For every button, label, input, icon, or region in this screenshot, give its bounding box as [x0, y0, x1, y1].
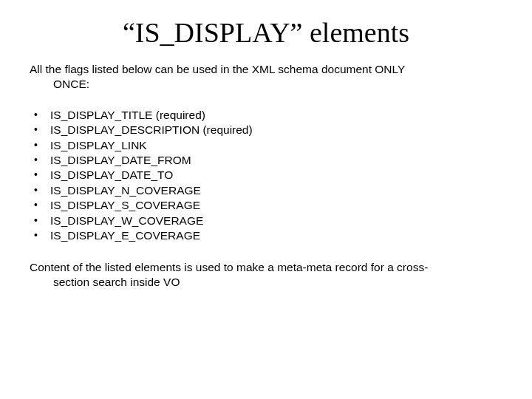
list-item: IS_DISPLAY_E_COVERAGE — [30, 228, 502, 243]
intro-line-2: ONCE: — [30, 77, 502, 92]
flag-name: IS_DISPLAY_S_COVERAGE — [50, 199, 200, 211]
slide-body: All the flags listed below can be used i… — [0, 62, 532, 289]
flag-name: IS_DISPLAY_W_COVERAGE — [50, 214, 203, 227]
closing-line-2: section search inside VO — [30, 275, 502, 290]
flags-list: IS_DISPLAY_TITLE (required) IS_DISPLAY_D… — [30, 108, 502, 244]
flag-name: IS_DISPLAY_N_COVERAGE — [50, 184, 201, 197]
flag-suffix: (required) — [152, 109, 205, 121]
slide-title: “IS_DISPLAY” elements — [0, 0, 532, 62]
flag-name: IS_DISPLAY_DESCRIPTION — [50, 123, 200, 136]
closing-line-1: Content of the listed elements is used t… — [30, 261, 428, 273]
list-item: IS_DISPLAY_DESCRIPTION (required) — [30, 123, 502, 137]
list-item: IS_DISPLAY_TITLE (required) — [30, 108, 502, 123]
list-item: IS_DISPLAY_W_COVERAGE — [30, 214, 502, 228]
list-item: IS_DISPLAY_LINK — [30, 138, 502, 153]
flag-suffix: (required) — [200, 123, 253, 136]
flag-name: IS_DISPLAY_TITLE — [50, 109, 152, 121]
flag-name: IS_DISPLAY_E_COVERAGE — [50, 229, 200, 242]
list-item: IS_DISPLAY_DATE_FROM — [30, 153, 502, 168]
flag-name: IS_DISPLAY_LINK — [50, 139, 147, 151]
flag-name: IS_DISPLAY_DATE_FROM — [50, 154, 191, 166]
list-item: IS_DISPLAY_N_COVERAGE — [30, 183, 502, 198]
closing-paragraph: Content of the listed elements is used t… — [30, 260, 502, 290]
intro-line-1: All the flags listed below can be used i… — [30, 63, 405, 75]
flag-name: IS_DISPLAY_DATE_TO — [50, 168, 173, 181]
slide: “IS_DISPLAY” elements All the flags list… — [0, 0, 532, 399]
list-item: IS_DISPLAY_S_COVERAGE — [30, 198, 502, 213]
intro-paragraph: All the flags listed below can be used i… — [30, 62, 502, 92]
list-item: IS_DISPLAY_DATE_TO — [30, 168, 502, 183]
